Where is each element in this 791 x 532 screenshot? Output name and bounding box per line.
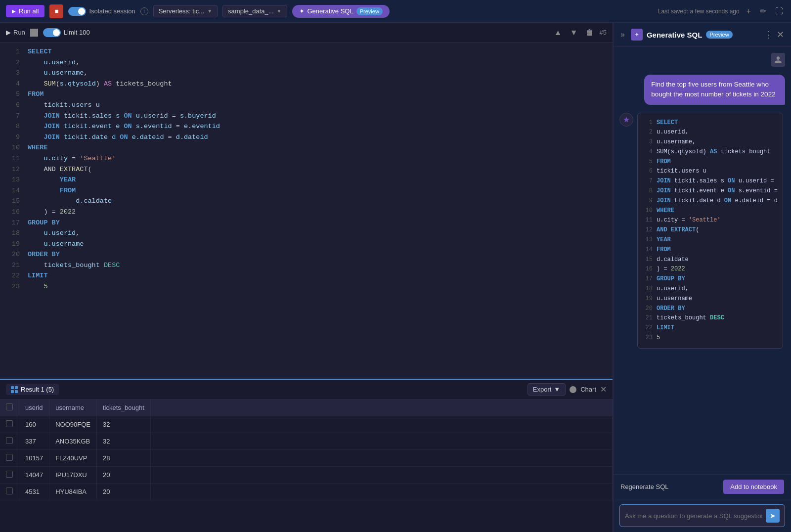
isolated-toggle-control[interactable] [68, 7, 86, 16]
code-line-18: 18 u.userid, [0, 228, 613, 239]
table-cell: 14047 [19, 467, 49, 484]
generative-sql-button[interactable]: ✦ Generative SQL Preview [292, 5, 390, 18]
row-checkbox[interactable] [6, 437, 13, 444]
chart-label: Chart [580, 386, 596, 393]
add-to-notebook-button[interactable]: Add to notebook [723, 480, 784, 494]
results-tabs: Result 1 (5) Export ▼ Chart ✕ [0, 380, 613, 399]
last-saved-text: Last saved: a few seconds ago [658, 8, 740, 15]
results-tbody: 160NOO90FQE32337ANO35KGB3210157FLZ40UVP2… [0, 416, 613, 500]
results-table: userid username tickets_bought 160NOO90F… [0, 399, 613, 500]
stop-button[interactable]: ■ [49, 4, 63, 18]
run-button[interactable]: ▶ Run [6, 29, 25, 36]
run-play-icon: ▶ [6, 29, 11, 36]
serverless-dropdown[interactable]: Serverless: tic... ▼ [153, 5, 218, 17]
play-icon: ▶ [12, 8, 16, 14]
send-button[interactable]: ➤ [766, 509, 780, 523]
gen-sql-line: 3 u.username, [643, 137, 778, 147]
info-icon[interactable]: i [140, 7, 148, 15]
chevron-up-icon[interactable]: ▲ [552, 26, 564, 39]
right-panel-header: » ✦ Generative SQL Preview ⋮ ✕ [614, 23, 791, 47]
fullscreen-button[interactable]: ⛶ [773, 5, 785, 18]
chat-input-field[interactable] [625, 512, 762, 520]
gen-sql-line: 9 JOIN tickit.date d ON e.dateid = d [643, 196, 778, 206]
limit-toggle[interactable]: Limit 100 [43, 28, 90, 37]
top-toolbar: ▶ Run all ■ Isolated session i Serverles… [0, 0, 791, 23]
gen-sql-line: 15 d.caldate [643, 255, 778, 265]
code-line-10: 10 WHERE [0, 142, 613, 153]
code-line-11: 11 u.city = 'Seattle' [0, 153, 613, 164]
column-header-tickets-bought: tickets_bought [96, 399, 150, 416]
chart-toggle[interactable]: Chart [570, 386, 596, 393]
delete-cell-button[interactable]: 🗑 [584, 26, 596, 39]
table-cell-extra [150, 433, 612, 450]
sparkle-icon: ✦ [299, 7, 305, 15]
cell-toolbar: ▶ Run Limit 100 ▲ ▼ 🗑 #5 [0, 23, 613, 43]
table-cell-extra [150, 467, 612, 484]
kebab-menu-button[interactable]: ⋮ [764, 29, 773, 40]
gen-sql-line: 17GROUP BY [643, 274, 778, 284]
right-panel: » ✦ Generative SQL Preview ⋮ ✕ Find the … [613, 23, 791, 532]
right-panel-badge: Preview [706, 31, 732, 39]
column-header-userid: userid [19, 399, 49, 416]
regenerate-sql-button[interactable]: Regenerate SQL [620, 483, 669, 490]
code-line-6: 6 tickit.users u [0, 100, 613, 111]
code-line-23: 23 5 [0, 281, 613, 292]
code-line-20: 20 ORDER BY [0, 249, 613, 260]
row-checkbox[interactable] [6, 454, 13, 461]
chat-input-area: ➤ [614, 499, 791, 532]
limit-label: Limit 100 [64, 29, 90, 36]
cell-number: #5 [600, 29, 607, 36]
results-table-wrapper: userid username tickets_bought 160NOO90F… [0, 399, 613, 532]
isolated-session-toggle[interactable]: Isolated session [68, 7, 135, 16]
code-line-14: 14 FROM [0, 185, 613, 196]
code-line-19: 19 u.username [0, 239, 613, 250]
edit-button[interactable]: ✏ [758, 4, 768, 18]
gen-sql-line: 20ORDER BY [643, 304, 778, 314]
collapse-icon[interactable]: » [620, 30, 625, 39]
gen-sql-line: 10WHERE [643, 206, 778, 216]
user-message-bubble: Find the top five users from Seattle who… [644, 75, 785, 105]
code-line-13: 13 YEAR [0, 175, 613, 185]
gen-sql-line: 18 u.userid, [643, 284, 778, 294]
generated-sql-block: 1SELECT2 u.userid,3 u.username,4 SUM(s.q… [637, 113, 783, 349]
code-line-17: 17 GROUP BY [0, 218, 613, 228]
table-cell-extra [150, 416, 612, 433]
run-all-label: Run all [19, 7, 39, 15]
row-checkbox[interactable] [6, 420, 13, 427]
row-checkbox[interactable] [6, 471, 13, 478]
isolated-session-label: Isolated session [89, 7, 135, 15]
table-cell-extra [150, 450, 612, 467]
table-cell: 10157 [19, 450, 49, 467]
database-dropdown[interactable]: sample_data_... ▼ [222, 5, 287, 17]
left-panel: ▶ Run Limit 100 ▲ ▼ 🗑 #5 1 SELECT [0, 23, 613, 532]
table-cell: 337 [19, 433, 49, 450]
gen-sql-line: 1SELECT [643, 118, 778, 128]
code-line-7: 7 JOIN tickit.sales s ON u.userid = s.bu… [0, 111, 613, 122]
code-line-5: 5 FROM [0, 89, 613, 100]
code-line-1: 1 SELECT [0, 46, 613, 57]
select-all-checkbox[interactable] [6, 403, 13, 410]
table-cell: ANO35KGB [49, 433, 97, 450]
main-layout: ▶ Run Limit 100 ▲ ▼ 🗑 #5 1 SELECT [0, 23, 791, 532]
gen-sql-line: 5FROM [643, 157, 778, 167]
result-tab-1[interactable]: Result 1 (5) [6, 384, 59, 395]
add-cell-button[interactable]: + [745, 5, 753, 18]
code-line-9: 9 JOIN tickit.date d ON e.dateid = d.dat… [0, 132, 613, 143]
code-line-15: 15 d.caldate [0, 196, 613, 207]
table-row: 14047IPU17DXU20 [0, 467, 613, 484]
results-close-button[interactable]: ✕ [600, 385, 607, 394]
row-checkbox[interactable] [6, 488, 13, 494]
gen-sql-line: 4 SUM(s.qtysold) AS tickets_bought [643, 147, 778, 157]
export-button[interactable]: Export ▼ [527, 383, 566, 396]
close-right-panel-button[interactable]: ✕ [777, 29, 784, 40]
code-editor[interactable]: 1 SELECT 2 u.userid, 3 u.username, 4 SUM… [0, 43, 613, 379]
chart-dot-icon [570, 386, 576, 393]
table-cell: 32 [96, 416, 150, 433]
cell-stop-button[interactable] [30, 29, 38, 37]
limit-toggle-control[interactable] [43, 28, 61, 37]
send-icon: ➤ [770, 512, 776, 520]
gen-sql-line: 12 AND EXTRACT( [643, 225, 778, 235]
run-all-button[interactable]: ▶ Run all [6, 5, 44, 17]
generative-sql-label: Generative SQL [308, 7, 353, 15]
chevron-down-icon[interactable]: ▼ [568, 26, 580, 39]
